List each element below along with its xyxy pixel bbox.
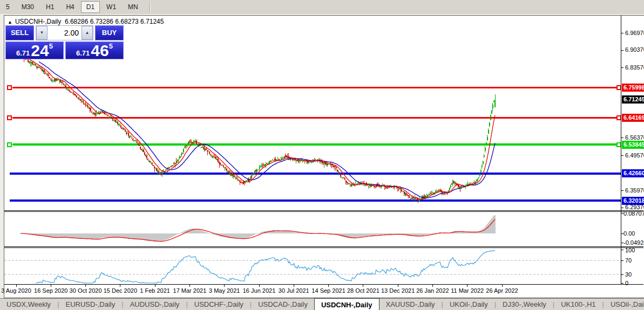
ohlc-values: 6.68286 6.73286 6.68273 6.71245 xyxy=(65,18,164,25)
buy-button[interactable]: BUY xyxy=(95,25,124,40)
tab-usdcad-daily[interactable]: USDCAD-,Daily xyxy=(252,299,314,310)
tab-usdcnh-daily[interactable]: USDCNH-,Daily xyxy=(314,298,379,310)
sell-price-sup: 5 xyxy=(49,42,53,50)
buy-price-big: 46 xyxy=(91,43,109,58)
tab-dj30-weekly[interactable]: DJ30-,Weekly xyxy=(496,299,553,310)
tab-ukoil-daily[interactable]: UKOil-,Daily xyxy=(443,299,494,310)
tab-uk100-h1[interactable]: UK100-,H1 xyxy=(554,299,602,310)
tab-audusd-daily[interactable]: AUDUSD-,Daily xyxy=(124,299,186,310)
timeframe-button-h4[interactable]: H4 xyxy=(60,1,79,13)
volume-input[interactable] xyxy=(48,26,82,40)
volume-decrease-icon[interactable]: ▼ xyxy=(36,26,48,40)
sell-price-big: 24 xyxy=(31,43,49,58)
mt4-workspace: 5M30H1H4D1W1MN ▲USDCNH-,Daily 6.68286 6.… xyxy=(0,0,644,310)
volume-increase-icon[interactable]: ▲ xyxy=(82,26,93,40)
tab-usoil-daily[interactable]: USOil-,Daily xyxy=(604,299,644,310)
toolbar-separator xyxy=(150,2,151,12)
buy-price-prefix: 6.71 xyxy=(76,49,90,57)
timeframe-button-h1[interactable]: H1 xyxy=(40,1,59,13)
timeframe-button-5[interactable]: 5 xyxy=(1,1,15,13)
timeframe-button-w1[interactable]: W1 xyxy=(101,1,121,13)
tab-xauusd-daily[interactable]: XAUUSD-,Daily xyxy=(379,299,442,310)
timeframe-button-m30[interactable]: M30 xyxy=(16,1,39,13)
one-click-trading-widget: SELL ▼ ▲ BUY 6.71 24 5 6.71 46 5 xyxy=(5,25,124,59)
volume-spinner: ▼ ▲ xyxy=(36,25,93,40)
sell-button[interactable]: SELL xyxy=(5,25,34,40)
symbol-title: USDCNH-,Daily xyxy=(15,18,61,25)
symbol-tabbar: USDX,Weekly|EURUSD-,Daily|AUDUSD-,Daily|… xyxy=(0,298,644,310)
tab-usdx-weekly[interactable]: USDX,Weekly xyxy=(0,299,57,310)
buy-price-panel[interactable]: 6.71 46 5 xyxy=(65,42,124,59)
tab-eurusd-daily[interactable]: EURUSD-,Daily xyxy=(59,299,122,310)
buy-price-sup: 5 xyxy=(109,42,113,50)
timeframe-toolbar: 5M30H1H4D1W1MN xyxy=(0,0,644,14)
sell-price-prefix: 6.71 xyxy=(16,49,30,57)
timeframe-button-d1[interactable]: D1 xyxy=(81,1,100,13)
chart-title: ▲USDCNH-,Daily 6.68286 6.73286 6.68273 6… xyxy=(8,18,164,25)
timeframe-button-mn[interactable]: MN xyxy=(123,1,144,13)
collapse-icon[interactable]: ▲ xyxy=(8,19,12,25)
sell-price-panel[interactable]: 6.71 24 5 xyxy=(5,42,64,59)
tab-usdchf-daily[interactable]: USDCHF-,Daily xyxy=(188,299,250,310)
